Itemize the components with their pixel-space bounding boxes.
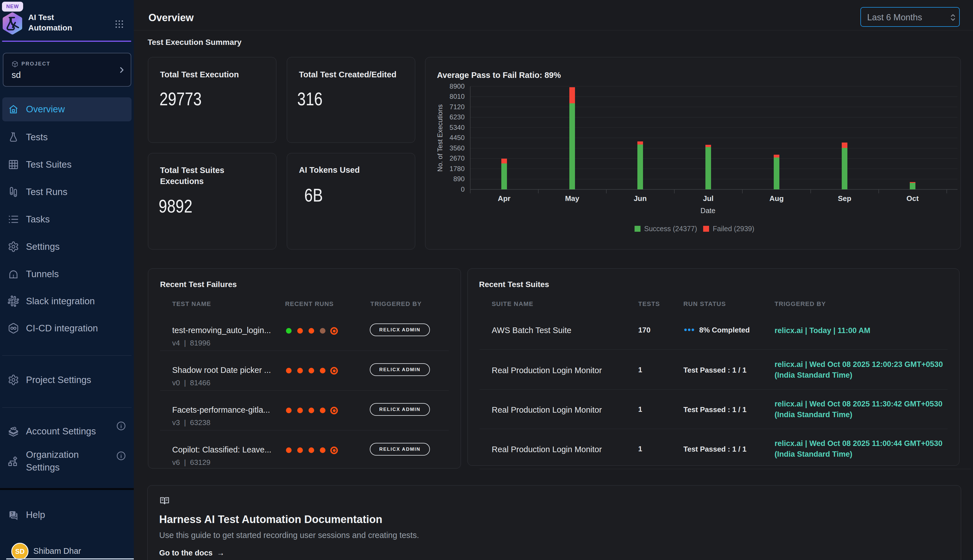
svg-text:Jun: Jun [634, 194, 647, 203]
svg-text:?: ? [11, 511, 13, 516]
svg-text:Jul: Jul [703, 194, 713, 203]
svg-text:Sep: Sep [838, 194, 851, 203]
svg-text:8900: 8900 [450, 82, 465, 90]
svg-text:1780: 1780 [450, 165, 465, 172]
svg-text:7120: 7120 [450, 103, 465, 111]
svg-text:5340: 5340 [450, 123, 465, 131]
svg-text:Aug: Aug [770, 194, 784, 203]
svg-text:Oct: Oct [906, 194, 919, 203]
svg-text:No. of Test Executions: No. of Test Executions [436, 105, 444, 172]
svg-text:2670: 2670 [450, 154, 465, 162]
svg-text:6230: 6230 [450, 113, 465, 121]
svg-text:4450: 4450 [450, 134, 465, 142]
svg-text:Success (24377): Success (24377) [644, 225, 697, 233]
svg-text:8010: 8010 [450, 93, 465, 100]
svg-text:Apr: Apr [498, 194, 511, 203]
svg-text:May: May [565, 194, 580, 203]
svg-text:Failed (2939): Failed (2939) [713, 225, 754, 233]
svg-text:3560: 3560 [450, 144, 465, 152]
svg-text:0: 0 [461, 185, 465, 193]
svg-text:Date: Date [701, 207, 716, 215]
svg-text:890: 890 [453, 175, 465, 183]
